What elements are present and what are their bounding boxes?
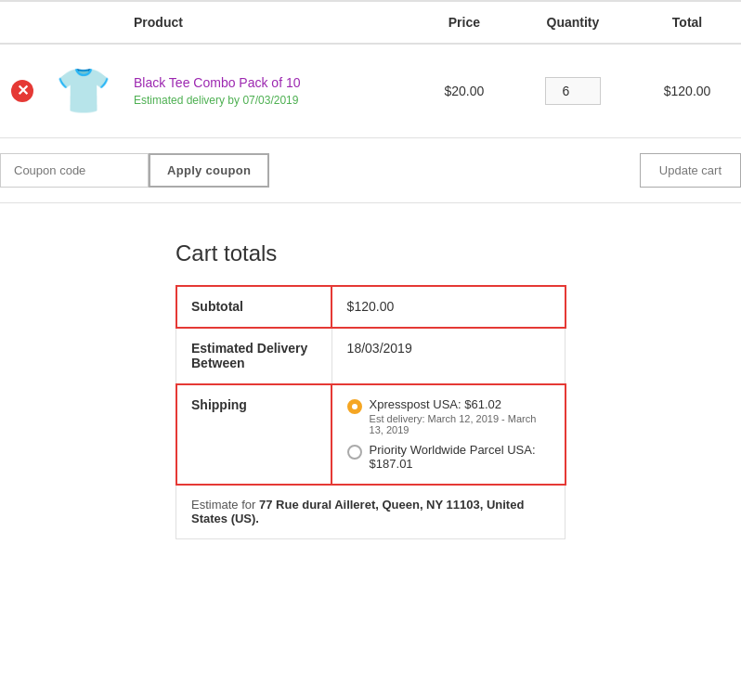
product-image-cell: 👕 [45, 44, 123, 138]
coupon-row: Apply coupon Update cart [0, 138, 741, 203]
product-name-link[interactable]: Black Tee Combo Pack of 10 [134, 75, 301, 90]
shipping-option-2-label: Priority Worldwide Parcel USA: $187.01 [370, 443, 550, 471]
coupon-input[interactable] [0, 153, 149, 188]
shipping-option-2-details: Priority Worldwide Parcel USA: $187.01 [370, 443, 550, 471]
shipping-label: Shipping [176, 384, 332, 485]
product-total: $120.00 [633, 44, 741, 138]
cart-totals: Cart totals Subtotal $120.00 Estimated D… [176, 240, 566, 539]
delivery-estimate-text: Estimated delivery by 07/03/2019 [134, 94, 405, 107]
shipping-option-1-label: Xpresspost USA: $61.02 [370, 397, 550, 411]
cart-totals-section: Cart totals Subtotal $120.00 Estimated D… [0, 203, 741, 558]
shipping-option-2[interactable]: Priority Worldwide Parcel USA: $187.01 [347, 443, 550, 471]
quantity-input[interactable] [545, 77, 601, 105]
coupon-left: Apply coupon [0, 153, 269, 188]
tshirt-icon: 👕 [56, 65, 111, 117]
subtotal-label: Subtotal [176, 286, 332, 328]
subtotal-value: $120.00 [332, 286, 565, 328]
shipping-options: Xpresspost USA: $61.02 Est delivery: Mar… [347, 397, 550, 471]
cart-table: Product Price Quantity Total ✕ 👕 Black T… [0, 0, 741, 138]
shipping-options-cell: Xpresspost USA: $61.02 Est delivery: Mar… [332, 384, 565, 485]
shipping-option-1[interactable]: Xpresspost USA: $61.02 Est delivery: Mar… [347, 397, 550, 435]
col-header-price: Price [416, 1, 513, 44]
remove-item-button[interactable]: ✕ [11, 80, 33, 102]
product-image: 👕 [56, 63, 111, 119]
product-info-cell: Black Tee Combo Pack of 10 Estimated del… [123, 44, 416, 138]
col-header-remove [0, 1, 123, 44]
cart-totals-title: Cart totals [176, 240, 566, 266]
update-cart-button[interactable]: Update cart [640, 153, 741, 188]
table-row: ✕ 👕 Black Tee Combo Pack of 10 Estimated… [0, 44, 741, 138]
totals-table: Subtotal $120.00 Estimated Delivery Betw… [176, 285, 566, 539]
shipping-option-1-delivery: Est delivery: March 12, 2019 - March 13,… [370, 413, 550, 435]
apply-coupon-button[interactable]: Apply coupon [149, 153, 269, 188]
col-header-total: Total [633, 1, 741, 44]
product-price: $20.00 [416, 44, 513, 138]
delivery-value: 18/03/2019 [332, 328, 565, 384]
delivery-label: Estimated Delivery Between [176, 328, 332, 384]
quantity-cell [513, 44, 633, 138]
estimate-row: Estimate for 77 Rue dural Ailleret, Quee… [176, 485, 566, 539]
remove-cell: ✕ [0, 44, 45, 138]
radio-selected-icon [347, 399, 362, 414]
estimate-text: Estimate for 77 Rue dural Ailleret, Quee… [191, 498, 550, 525]
estimate-cell: Estimate for 77 Rue dural Ailleret, Quee… [176, 485, 566, 539]
estimate-prefix: Estimate for [191, 498, 255, 512]
subtotal-row: Subtotal $120.00 [176, 286, 566, 328]
col-header-quantity: Quantity [513, 1, 633, 44]
col-header-product: Product [123, 1, 416, 44]
shipping-option-1-details: Xpresspost USA: $61.02 Est delivery: Mar… [370, 397, 550, 435]
radio-empty-icon [347, 445, 362, 460]
estimated-delivery-row: Estimated Delivery Between 18/03/2019 [176, 328, 566, 384]
shipping-row: Shipping Xpresspost USA: $61.02 Est deli… [176, 384, 566, 485]
